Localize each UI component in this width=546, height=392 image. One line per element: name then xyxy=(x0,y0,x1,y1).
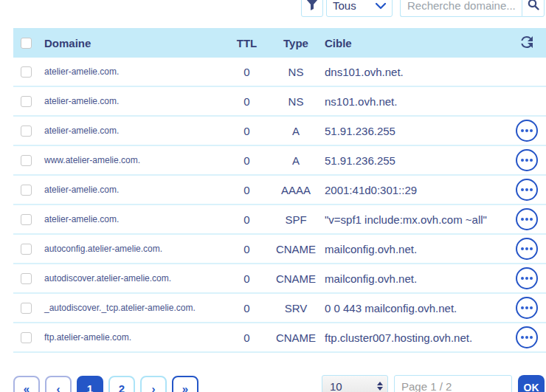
dot-icon xyxy=(530,159,533,162)
row-domain: atelier-amelie.com. xyxy=(44,125,227,136)
header-target: Cible xyxy=(325,37,508,49)
dot-icon xyxy=(530,129,533,132)
row-type: A xyxy=(267,125,325,137)
dot-icon xyxy=(525,277,528,280)
dot-icon xyxy=(521,277,524,280)
filter-icon xyxy=(306,0,318,13)
row-actions-button[interactable] xyxy=(516,238,538,260)
row-checkbox[interactable] xyxy=(21,332,32,343)
row-target: 51.91.236.255 xyxy=(325,125,508,137)
row-checkbox[interactable] xyxy=(21,96,32,107)
dot-icon xyxy=(525,336,528,339)
page-button[interactable]: 1 xyxy=(77,376,103,392)
row-checkbox[interactable] xyxy=(21,273,32,284)
dot-icon xyxy=(521,218,524,221)
row-ttl: 0 xyxy=(227,66,267,78)
row-type: SRV xyxy=(267,302,325,314)
row-checkbox[interactable] xyxy=(21,125,32,137)
row-checkbox[interactable] xyxy=(21,66,32,78)
row-domain: _autodiscover._tcp.atelier-amelie.com. xyxy=(44,303,227,313)
dot-icon xyxy=(530,336,533,339)
table-row: autoconfig.atelier-amelie.com. 0 CNAME m… xyxy=(13,235,546,264)
row-target: 2001:41d0:301::29 xyxy=(325,184,508,196)
row-type: AAAA xyxy=(267,184,325,196)
row-type: CNAME xyxy=(267,272,325,285)
refresh-button[interactable] xyxy=(508,36,546,50)
row-ttl: 0 xyxy=(227,213,267,226)
row-checkbox[interactable] xyxy=(21,155,32,166)
row-ttl: 0 xyxy=(227,272,267,285)
row-domain: atelier-amelie.com. xyxy=(44,185,227,195)
row-actions-button[interactable] xyxy=(516,267,538,289)
pagination: «‹12›» xyxy=(13,376,198,392)
row-actions-button[interactable] xyxy=(516,179,538,201)
select-all-checkbox[interactable] xyxy=(21,38,32,49)
row-target: mailconfig.ovh.net. xyxy=(325,272,508,285)
row-domain: atelier-amelie.com. xyxy=(44,96,227,106)
table-header-row: Domaine TTL Type Cible xyxy=(13,28,546,58)
table-body: atelier-amelie.com. 0 NS dns101.ovh.net.… xyxy=(13,58,546,353)
dot-icon xyxy=(530,306,533,309)
row-target: mailconfig.ovh.net. xyxy=(325,243,508,255)
row-checkbox[interactable] xyxy=(21,303,32,314)
page-button[interactable]: » xyxy=(172,376,198,392)
type-filter-value: Tous xyxy=(333,0,356,12)
row-checkbox[interactable] xyxy=(21,244,32,255)
row-actions-button[interactable] xyxy=(516,208,538,230)
page-button[interactable]: « xyxy=(13,376,40,392)
page-button[interactable]: › xyxy=(140,376,167,392)
row-checkbox[interactable] xyxy=(21,214,32,225)
row-ttl: 0 xyxy=(227,154,267,167)
row-actions-button[interactable] xyxy=(516,149,538,171)
search-button[interactable] xyxy=(522,0,545,17)
row-domain: autoconfig.atelier-amelie.com. xyxy=(44,244,227,254)
row-checkbox[interactable] xyxy=(21,185,32,196)
dot-icon xyxy=(530,218,533,221)
row-actions-button[interactable] xyxy=(516,120,538,142)
row-type: CNAME xyxy=(267,243,325,255)
table-row: atelier-amelie.com. 0 NS ns101.ovh.net. xyxy=(13,87,546,117)
header-type: Type xyxy=(267,37,325,49)
dot-icon xyxy=(521,247,524,250)
row-type: CNAME xyxy=(267,331,325,344)
row-ttl: 0 xyxy=(227,125,267,137)
page-indicator-input[interactable] xyxy=(394,375,512,392)
row-target: ftp.cluster007.hosting.ovh.net. xyxy=(325,331,508,344)
row-target: 51.91.236.255 xyxy=(325,154,508,167)
search-group xyxy=(400,0,545,17)
dot-icon xyxy=(530,188,533,191)
dot-icon xyxy=(525,247,528,250)
row-ttl: 0 xyxy=(227,302,267,314)
table-row: atelier-amelie.com. 0 NS dns101.ovh.net. xyxy=(13,58,546,87)
row-target: ns101.ovh.net. xyxy=(325,95,508,108)
page-size-stepper[interactable]: 10 xyxy=(322,375,388,392)
ok-button[interactable]: OK xyxy=(518,375,545,392)
page-button[interactable]: 2 xyxy=(108,376,135,392)
dot-icon xyxy=(521,188,524,191)
row-target: dns101.ovh.net. xyxy=(325,66,508,78)
table-row: atelier-amelie.com. 0 SPF "v=spf1 includ… xyxy=(13,205,546,235)
table-row: _autodiscover._tcp.atelier-amelie.com. 0… xyxy=(13,294,546,323)
search-input[interactable] xyxy=(400,0,522,17)
page-button[interactable]: ‹ xyxy=(45,376,72,392)
refresh-icon xyxy=(521,36,533,50)
type-filter-select[interactable]: Tous xyxy=(326,0,393,17)
dot-icon xyxy=(530,277,533,280)
dot-icon xyxy=(525,129,528,132)
dot-icon xyxy=(525,306,528,309)
row-type: SPF xyxy=(267,213,325,226)
row-ttl: 0 xyxy=(227,331,267,344)
row-target: "v=spf1 include:mx.ovh.com ~all" xyxy=(325,213,508,226)
chevron-down-icon xyxy=(376,0,386,12)
dot-icon xyxy=(521,336,524,339)
dot-icon xyxy=(521,159,524,162)
row-type: NS xyxy=(267,95,325,108)
dot-icon xyxy=(525,218,528,221)
row-actions-button[interactable] xyxy=(516,326,538,348)
row-actions-button[interactable] xyxy=(516,297,538,319)
row-type: A xyxy=(267,154,325,167)
filter-button[interactable] xyxy=(301,0,323,17)
row-ttl: 0 xyxy=(227,243,267,255)
dot-icon xyxy=(530,247,533,250)
row-domain: ftp.atelier-amelie.com. xyxy=(44,332,227,343)
